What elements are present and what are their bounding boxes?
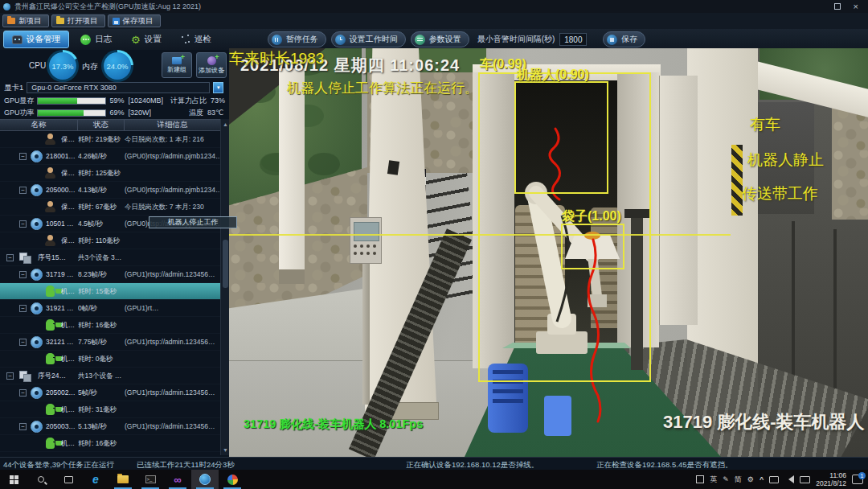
expander-icon[interactable]: − xyxy=(19,339,27,346)
browser-button[interactable] xyxy=(219,470,246,489)
ie-button[interactable]: e xyxy=(82,470,109,489)
task-view-button[interactable] xyxy=(55,470,82,489)
device-status: 耗时: 67毫秒 xyxy=(78,203,123,212)
col-status[interactable]: 状态 xyxy=(78,120,125,130)
expander-icon[interactable]: − xyxy=(19,187,27,194)
gpu-select[interactable]: Gpu-0 GeForce RTX 3080 xyxy=(27,82,210,93)
device-status: 共3个设备 3… xyxy=(78,253,123,263)
file-explorer-button[interactable] xyxy=(109,470,137,489)
save-project-button[interactable]: 保存项目 xyxy=(108,14,161,27)
close-button[interactable]: × xyxy=(854,2,858,11)
tree-row[interactable]: − 218001… 4.26帧/秒 (GPU0)rtsp://admin.pjm… xyxy=(0,148,220,165)
device-status: 耗时: 16毫秒 xyxy=(78,439,123,449)
tree-row[interactable]: − 205000… 4.13帧/秒 (GPU0)rtsp://admin.pjm… xyxy=(0,182,220,199)
volume-icon[interactable] xyxy=(784,475,794,483)
tab-label: 巡检 xyxy=(194,34,211,45)
tree-row[interactable]: − 机… 耗时: 31毫秒 xyxy=(0,401,220,418)
tray-app-icon[interactable] xyxy=(696,475,704,483)
tree-row[interactable]: − 机… 耗时: 16毫秒 xyxy=(0,317,220,334)
tree-row[interactable]: − 32121 … 7.75帧/秒 (GPU1)rtsp://admin.123… xyxy=(0,334,220,351)
expander-icon[interactable]: − xyxy=(19,423,27,430)
console-button[interactable]: >_ xyxy=(137,470,164,489)
tree-row[interactable]: − 序号24… 共13个设备 … xyxy=(0,368,220,384)
tree-row[interactable]: − 保… 耗时: 110毫秒 xyxy=(0,232,220,249)
taskbar-clock[interactable]: 11:062021/8/12 xyxy=(816,471,846,487)
vram-label: GPU显存 xyxy=(4,96,35,106)
scroll-thumb[interactable] xyxy=(223,240,228,288)
alarm-interval-group: 最小音警时间间隔(秒) 1800 xyxy=(477,33,588,46)
expander-icon[interactable]: − xyxy=(19,389,27,397)
pen-icon[interactable]: ✎ xyxy=(723,475,729,483)
scroll-up-icon[interactable]: ▲ xyxy=(223,121,228,127)
alarm-interval-input[interactable]: 1800 xyxy=(559,33,587,46)
camera-video-feed[interactable]: 车(0.99) 机器人(0.90) 袋子(1.00) 2021/08/12 星期… xyxy=(229,48,868,457)
device-type-icon xyxy=(18,252,31,264)
temp-label: 温度 xyxy=(189,108,203,118)
device-name: 205000… xyxy=(46,186,76,194)
scroll-down-icon[interactable]: ▼ xyxy=(223,447,228,453)
monitor-app-button[interactable] xyxy=(191,470,219,489)
camera-icon xyxy=(31,218,43,230)
device-type-icon xyxy=(45,235,57,247)
col-detail[interactable]: 详细信息 xyxy=(125,120,220,130)
tab-device-management[interactable]: 设备管理 xyxy=(3,31,69,48)
camera-icon xyxy=(31,421,43,433)
tray-expand-chevron[interactable]: ^ xyxy=(760,475,764,483)
tab-inspection[interactable]: 巡检 xyxy=(173,31,219,48)
device-plus-icon xyxy=(207,56,216,65)
tree-row[interactable]: − 保… 耗时: 67毫秒 今日脱岗次数: 7 本月: 230 xyxy=(0,199,220,216)
dots-icon xyxy=(181,35,190,44)
ime-simplified-indicator[interactable]: 简 xyxy=(735,475,742,485)
windows-taskbar: e >_ ∞ 英 ✎ 简 ⚙ ^ 11:062021/8/12 xyxy=(0,470,868,489)
tray-gear-icon[interactable]: ⚙ xyxy=(747,475,754,483)
pause-task-button[interactable]: 暂停任务 xyxy=(268,31,326,47)
compute-label: 计算力占比 xyxy=(170,96,207,106)
start-button[interactable] xyxy=(0,470,27,489)
tree-row[interactable]: − 31921 … 0帧/秒 (GPU1)rt… xyxy=(0,300,220,317)
device-status: 4.5帧/秒 xyxy=(78,220,123,229)
network-icon[interactable] xyxy=(769,476,779,483)
visual-studio-button[interactable]: ∞ xyxy=(164,470,191,489)
tab-settings[interactable]: ⚙设置 xyxy=(123,31,170,48)
touch-keyboard-icon[interactable] xyxy=(800,476,810,483)
expander-icon[interactable]: − xyxy=(19,305,27,312)
tree-row[interactable]: − 205003… 5.13帧/秒 (GPU1)rtsp://admin.123… xyxy=(0,418,220,435)
app-icon xyxy=(3,3,10,10)
col-name[interactable]: 名称 xyxy=(0,120,78,130)
new-project-label: 新项目 xyxy=(18,16,42,27)
expander-icon[interactable]: − xyxy=(6,372,14,380)
restore-button[interactable] xyxy=(834,3,841,10)
expander-icon[interactable]: − xyxy=(6,254,14,261)
group-icon xyxy=(18,370,31,381)
device-status: 8.23帧/秒 xyxy=(78,270,123,280)
new-group-button[interactable]: 新建组 xyxy=(162,52,192,78)
expander-icon[interactable]: − xyxy=(19,220,27,228)
param-settings-button[interactable]: 参数设置 xyxy=(411,31,469,47)
search-button[interactable] xyxy=(27,470,55,489)
window-title: 贵州鑫江民爆公司安全生产检测(GPU加速版:Aug 12 2021) xyxy=(14,2,201,12)
tree-row[interactable]: − 205002… 5帧/秒 (GPU1)rtsp://admin.123456… xyxy=(0,384,220,401)
expander-icon[interactable]: − xyxy=(19,153,27,160)
tree-row[interactable]: − 机… 耗时: 15毫秒 xyxy=(0,283,220,300)
tree-row[interactable]: − 机… 耗时: 0毫秒 xyxy=(0,351,220,368)
tree-row[interactable]: − 保… 耗时: 219毫秒 今日脱岗次数: 1 本月: 216 xyxy=(0,131,220,148)
memory-label: 内存 xyxy=(82,61,98,72)
expander-icon[interactable]: − xyxy=(19,271,27,278)
device-type-icon xyxy=(45,134,57,146)
notification-center-icon[interactable] xyxy=(852,475,863,484)
device-detail: (GPU0)rtsp://admin.pjmb1234… xyxy=(125,152,219,160)
tree-scrollbar[interactable]: ▲ ▼ xyxy=(220,119,229,455)
tree-row[interactable]: − 31719 … 8.23帧/秒 (GPU1)rtsp://admin.123… xyxy=(0,266,220,283)
gpu-select-arrow[interactable]: ▾ xyxy=(213,82,223,93)
ime-language-indicator[interactable]: 英 xyxy=(710,475,717,485)
work-time-button[interactable]: 设置工作时间 xyxy=(331,31,406,47)
save-settings-button[interactable]: 保存 xyxy=(603,31,645,47)
new-project-button[interactable]: 新项目 xyxy=(2,14,49,27)
save-icon xyxy=(607,35,617,45)
tab-log[interactable]: 日志 xyxy=(72,31,120,48)
tree-row[interactable]: − 机… 耗时: 16毫秒 xyxy=(0,435,220,452)
tree-row[interactable]: − 序号15… 共3个设备 3… xyxy=(0,249,220,266)
tree-row[interactable]: − 保… 耗时: 125毫秒 xyxy=(0,165,220,182)
add-device-button[interactable]: 添加设备 xyxy=(196,52,227,78)
open-project-button[interactable]: 打开项目 xyxy=(51,14,105,27)
